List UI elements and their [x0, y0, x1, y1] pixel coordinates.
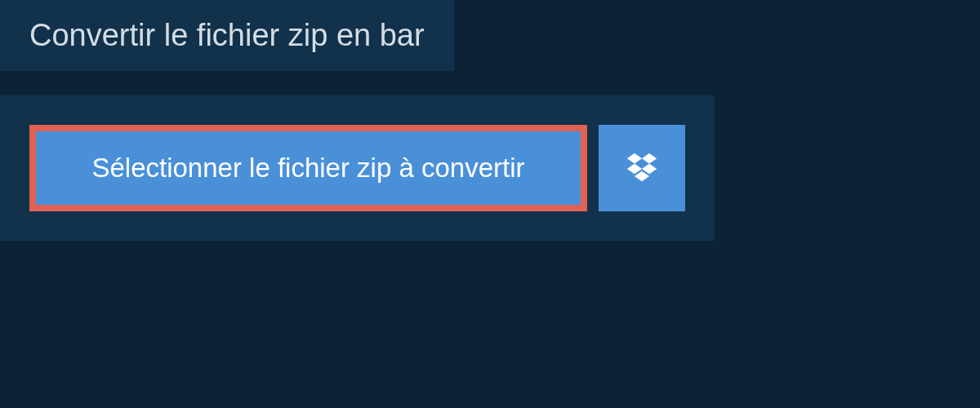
dropbox-icon	[624, 152, 660, 184]
dropbox-button[interactable]	[599, 125, 685, 211]
select-file-label: Sélectionner le fichier zip à convertir	[91, 153, 524, 184]
select-file-button[interactable]: Sélectionner le fichier zip à convertir	[29, 125, 587, 211]
page-title: Convertir le fichier zip en bar	[29, 18, 425, 53]
header-tab: Convertir le fichier zip en bar	[0, 0, 454, 71]
upload-panel: Sélectionner le fichier zip à convertir	[0, 95, 715, 241]
